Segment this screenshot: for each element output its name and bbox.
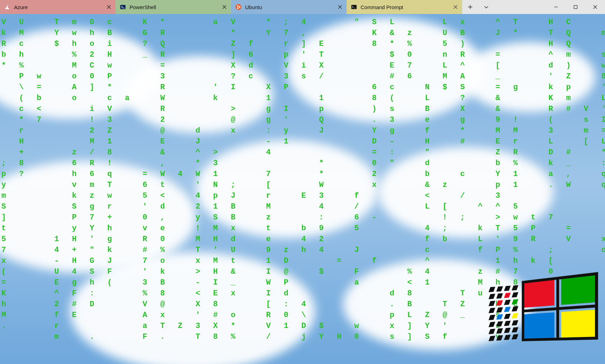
svg-point-5 xyxy=(237,8,238,9)
dropdown-button[interactable] xyxy=(478,0,494,14)
tab-ubuntu[interactable]: Ubuntu xyxy=(231,0,347,14)
tab-azure[interactable]: Azure xyxy=(0,0,116,14)
tab-label: PowerShell xyxy=(130,4,221,10)
close-icon[interactable] xyxy=(221,4,228,10)
tab-bar: Azure PowerShell Ubuntu Command Prompt xyxy=(0,0,605,14)
tab-powershell[interactable]: PowerShell xyxy=(116,0,231,14)
svg-rect-7 xyxy=(574,6,577,9)
tab-label: Ubuntu xyxy=(245,4,337,10)
new-tab-button[interactable] xyxy=(462,0,478,14)
tab-extras xyxy=(462,0,605,14)
tab-command-prompt[interactable]: Command Prompt xyxy=(347,0,462,14)
svg-rect-6 xyxy=(352,5,357,9)
svg-point-3 xyxy=(239,7,241,8)
tab-label: Command Prompt xyxy=(361,4,452,10)
minimize-button[interactable] xyxy=(546,0,566,14)
cmd-icon xyxy=(351,4,357,10)
windows-retro-logo-icon xyxy=(489,266,594,357)
maximize-button[interactable] xyxy=(566,0,585,14)
close-icon[interactable] xyxy=(452,4,459,10)
tab-label: Azure xyxy=(14,4,106,10)
close-window-button[interactable] xyxy=(585,0,605,14)
azure-icon xyxy=(4,4,11,10)
close-icon[interactable] xyxy=(337,4,343,10)
close-icon[interactable] xyxy=(106,4,112,10)
ubuntu-icon xyxy=(235,4,242,10)
svg-point-4 xyxy=(237,5,238,6)
powershell-icon xyxy=(120,4,126,10)
